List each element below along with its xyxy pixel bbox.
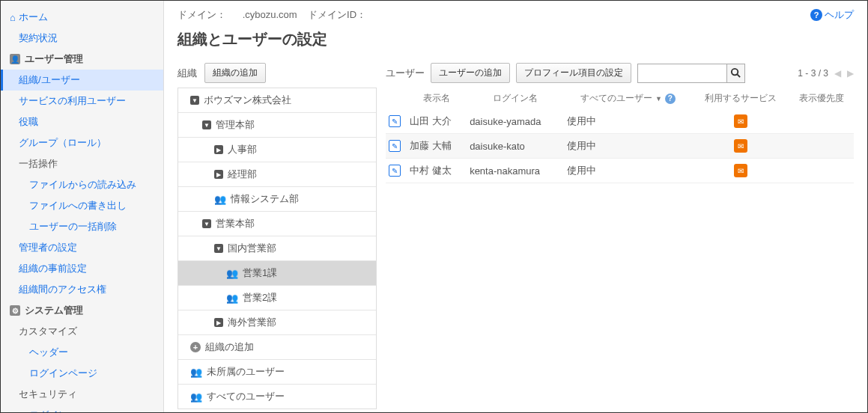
cell-display-name[interactable]: 中村 健太 [407,159,467,183]
col-status-filter[interactable]: すべてのユーザー ▼ ? [564,88,691,109]
search-input[interactable] [638,66,726,81]
nav-org-access[interactable]: 組織間のアクセス権 [1,279,163,300]
help-label: ヘルプ [825,8,854,22]
table-row: ✎ 山田 大介 daisuke-yamada 使用中 ✉ [386,109,854,134]
pager-text: 1 - 3 / 3 [798,68,828,79]
tree-label: すべてのユーザー [207,390,285,403]
nav-org-presettings[interactable]: 組織の事前設定 [1,258,163,279]
nav-login[interactable]: ログイン [1,405,163,412]
nav-home-label: ホーム [19,10,48,24]
tree-label: 管理本部 [216,118,255,132]
tree-toggle-icon[interactable] [214,145,223,154]
search-button[interactable] [726,64,744,82]
help-link[interactable]: ? ヘルプ [810,8,854,22]
tree-toggle-icon[interactable] [202,219,211,228]
nav-contract[interactable]: 契約状況 [1,28,163,49]
cell-status: 使用中 [564,134,691,159]
home-icon: ⌂ [10,12,16,23]
tree-all-users[interactable]: 👥 すべてのユーザー [178,385,376,409]
user-table: 表示名 ログイン名 すべてのユーザー ▼ ? 利用するサービス 表示優先度 [386,88,854,183]
col-display-name: 表示名 [407,88,467,109]
tree-infosys[interactable]: 👥 情報システム部 [178,187,376,212]
gear-icon: ⚙ [10,305,20,316]
nav-bulk-ops: 一括操作 [1,153,163,174]
users-icon: 👥 [190,391,202,403]
tree-label: 国内営業部 [228,242,276,255]
tree-overseas[interactable]: 海外営業部 [178,310,376,335]
nav-org-users[interactable]: 組織/ユーザー [1,70,163,91]
info-icon[interactable]: ? [665,94,676,104]
nav-login-page[interactable]: ログインページ [1,363,163,384]
tree-domestic[interactable]: 国内営業部 [178,236,376,261]
nav-bulk-delete[interactable]: ユーザーの一括削除 [1,216,163,237]
add-user-button[interactable]: ユーザーの追加 [431,63,510,83]
tree-toggle-icon[interactable] [190,96,199,105]
tree-toggle-icon[interactable] [214,244,223,253]
nav-admin-settings[interactable]: 管理者の設定 [1,237,163,258]
edit-icon[interactable]: ✎ [389,140,401,152]
tree-add-org[interactable]: + 組織の追加 [178,335,376,360]
nav-file-import[interactable]: ファイルからの読み込み [1,174,163,195]
nav-file-export[interactable]: ファイルへの書き出し [1,195,163,216]
tree-sales1[interactable]: 👥 営業1課 [178,261,376,286]
tree-mgmt-hq[interactable]: 管理本部 [178,113,376,138]
pager: 1 - 3 / 3 ◀ ▶ [798,68,854,79]
tree-toggle-icon[interactable] [202,120,211,129]
cell-status: 使用中 [564,109,691,134]
edit-icon[interactable]: ✎ [389,115,401,127]
svg-line-1 [737,74,740,77]
pager-prev-icon[interactable]: ◀ [834,68,841,79]
edit-icon[interactable]: ✎ [389,165,401,177]
nav-groups[interactable]: グループ（ロール） [1,132,163,153]
tree-sales-hq[interactable]: 営業本部 [178,212,376,236]
section-user-mgmt: 👤 ユーザー管理 [1,49,163,70]
tree-toggle-icon[interactable] [214,170,223,179]
page-title: 組織とユーザーの設定 [177,29,854,49]
cell-display-name[interactable]: 山田 大介 [407,109,467,134]
nav-positions[interactable]: 役職 [1,111,163,132]
tree-hr[interactable]: 人事部 [178,138,376,162]
sidebar: ⌂ ホーム 契約状況 👤 ユーザー管理 組織/ユーザー サービスの利用ユーザー … [1,1,164,412]
users-icon: 👥 [226,268,238,279]
org-tree: ボウズマン株式会社 管理本部 人事部 経理部 👥 [177,88,377,409]
topbar: ドメイン： .cybozu.com ドメインID： ? ヘルプ [177,8,854,22]
tree-label: ボウズマン株式会社 [204,94,291,107]
nav-home[interactable]: ⌂ ホーム [1,7,163,28]
table-row: ✎ 加藤 大輔 daisuke-kato 使用中 ✉ [386,134,854,159]
tree-accounting[interactable]: 経理部 [178,162,376,187]
user-panel: ユーザー ユーザーの追加 プロフィール項目の設定 1 - 3 / 3 ◀ ▶ [386,63,854,409]
section-sys-mgmt-label: システム管理 [25,304,83,317]
table-row: ✎ 中村 健太 kenta-nakamura 使用中 ✉ [386,159,854,183]
domain-value: .cybozu.com [243,9,297,20]
org-panel-label: 組織 [177,67,197,80]
users-icon: 👥 [214,194,226,205]
nav-security: セキュリティ [1,384,163,405]
profile-settings-button[interactable]: プロフィール項目の設定 [516,63,631,83]
cell-display-name[interactable]: 加藤 大輔 [407,134,467,159]
tree-label: 経理部 [228,168,257,181]
tree-label: 情報システム部 [231,192,299,206]
pager-next-icon[interactable]: ▶ [847,68,854,79]
user-icon: 👤 [10,54,20,64]
status-filter-label: すべてのユーザー [580,92,652,105]
tree-root[interactable]: ボウズマン株式会社 [178,88,376,113]
svg-point-0 [732,69,738,75]
tree-label: 海外営業部 [228,316,276,329]
tree-unassigned[interactable]: 👥 未所属のユーザー [178,360,376,385]
service-icon: ✉ [734,139,747,153]
plus-icon: + [190,342,201,352]
nav-service-users[interactable]: サービスの利用ユーザー [1,91,163,111]
cell-login-name: daisuke-kato [467,134,564,159]
tree-toggle-icon[interactable] [214,318,223,327]
tree-label: 未所属のユーザー [207,365,285,379]
nav-header[interactable]: ヘッダー [1,342,163,363]
tree-sales2[interactable]: 👥 営業2課 [178,286,376,310]
users-icon: 👥 [226,293,238,304]
user-panel-label: ユーザー [386,67,425,80]
nav-customize: カスタマイズ [1,321,163,342]
users-icon: 👥 [190,367,202,378]
section-sys-mgmt: ⚙ システム管理 [1,300,163,321]
org-panel: 組織 組織の追加 ボウズマン株式会社 管理本部 人事部 [177,63,377,409]
add-org-button[interactable]: 組織の追加 [204,63,266,83]
service-icon: ✉ [734,164,747,177]
